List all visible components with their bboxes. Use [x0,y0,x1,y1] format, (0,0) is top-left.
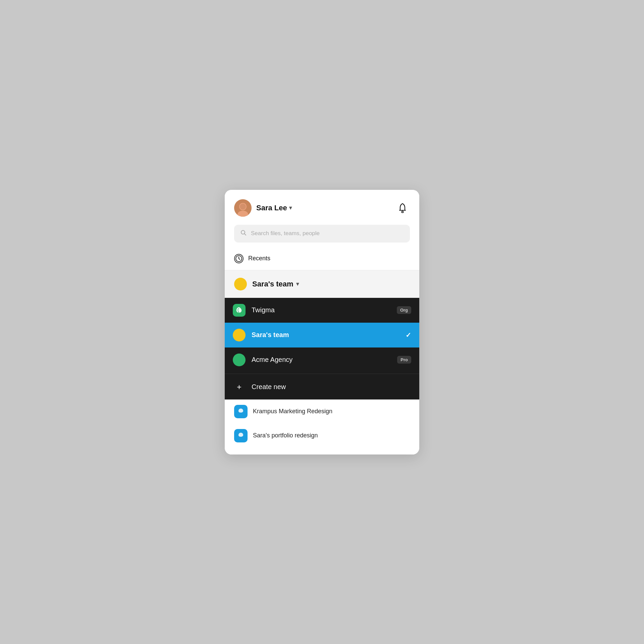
portfolio-file-icon [234,429,248,442]
svg-point-3 [240,204,246,210]
team-selector-header[interactable]: Sara's team ▾ [225,270,419,298]
krampus-label: Krampus Marketing Redesign [253,408,332,415]
recents-icon [234,254,244,263]
search-icon [240,229,247,238]
user-name-button[interactable]: Sara Lee ▾ [256,204,292,212]
list-item-krampus[interactable]: Krampus Marketing Redesign [225,399,419,424]
team-name-text: Sara's team ▾ [252,280,299,288]
dropdown-item-acme[interactable]: Acme Agency Pro [225,347,419,372]
saras-team-icon [233,329,246,341]
svg-point-4 [402,211,404,213]
team-avatar-icon [234,278,247,290]
avatar [234,199,252,217]
file-list: Krampus Marketing Redesign Sara's portfo… [225,399,419,454]
search-placeholder-text: Search files, teams, people [251,230,320,237]
saras-team-label: Sara's team [252,331,399,339]
user-info[interactable]: Sara Lee ▾ [234,199,292,217]
search-bar[interactable]: Search files, teams, people [234,225,410,243]
recents-label: Recents [248,255,270,262]
plus-icon: + [233,381,246,393]
user-name-text: Sara Lee [256,204,287,212]
dropdown-item-saras-team[interactable]: Sara's team ✓ [225,323,419,347]
check-icon: ✓ [406,331,411,339]
portfolio-label: Sara's portfolio redesign [253,432,318,439]
krampus-file-icon [234,405,248,418]
recents-button[interactable]: Recents [225,249,419,270]
create-new-label: Create new [252,383,411,391]
notification-button[interactable] [396,202,409,214]
list-item-portfolio[interactable]: Sara's portfolio redesign [225,424,419,448]
user-chevron-icon: ▾ [289,205,292,211]
acme-icon [233,354,246,366]
main-panel: Sara Lee ▾ Search files, teams, people [225,190,419,454]
team-dropdown-menu: Twigma Org Sara's team ✓ Acme Agency Pro… [225,298,419,399]
acme-label: Acme Agency [252,356,391,364]
header: Sara Lee ▾ [225,190,419,223]
twigma-icon [233,304,246,317]
twigma-label: Twigma [252,306,391,314]
twigma-badge: Org [397,306,411,314]
acme-badge: Pro [397,356,411,364]
search-container: Search files, teams, people [225,223,419,249]
create-new-button[interactable]: + Create new [225,374,419,399]
dropdown-item-twigma[interactable]: Twigma Org [225,298,419,323]
